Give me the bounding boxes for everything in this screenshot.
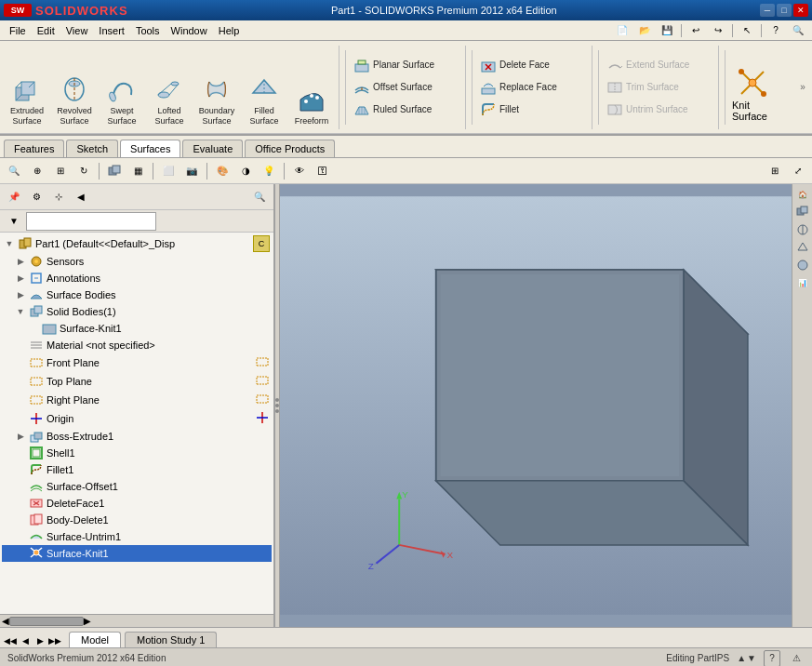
redo-button[interactable]: ↪ xyxy=(708,20,728,41)
offset-surface-button[interactable]: Offset Surface xyxy=(350,77,461,98)
tree-origin[interactable]: Origin xyxy=(2,409,272,428)
tree-body-delete1[interactable]: Body-Delete1 xyxy=(2,512,272,528)
ruled-surface-button[interactable]: Ruled Surface xyxy=(350,100,461,120)
right-tool-view1[interactable] xyxy=(794,204,811,220)
status-warning-btn[interactable]: ⚠ xyxy=(788,650,805,667)
zoom-box-button[interactable]: ⊞ xyxy=(50,161,71,181)
viewport[interactable]: Y X Z 🏠 xyxy=(280,184,812,627)
minimize-button[interactable]: ─ xyxy=(760,4,775,17)
hide-show-button[interactable]: 👁 xyxy=(289,161,310,181)
tree-sensors[interactable]: ▶ Sensors xyxy=(2,253,272,270)
status-help-btn[interactable]: ? xyxy=(764,650,780,667)
open-button[interactable]: 📂 xyxy=(634,20,655,41)
panel-settings-button[interactable]: ⚙ xyxy=(26,187,47,207)
tree-surface-knit1-child[interactable]: Surface-Knit1 xyxy=(2,320,272,337)
replace-face-button[interactable]: Replace Face xyxy=(476,77,588,98)
tree-fillet1[interactable]: Fillet1 xyxy=(2,461,272,478)
tab-sketch[interactable]: Sketch xyxy=(66,140,118,157)
tree-annotations[interactable]: ▶ Annotations xyxy=(2,270,272,286)
tree-surface-offset1[interactable]: Surface-Offset1 xyxy=(2,478,272,495)
zoom-to-fit-button[interactable]: 🔍 xyxy=(4,161,24,181)
boundary-surface-button[interactable]: Boundary Surface xyxy=(193,55,240,129)
expand-solid-bodies-icon[interactable]: ▼ xyxy=(15,306,26,317)
rotate-button[interactable]: ↻ xyxy=(73,161,94,181)
save-button[interactable]: 💾 xyxy=(657,20,677,41)
feature-search-input[interactable] xyxy=(31,216,152,226)
menu-help[interactable]: Help xyxy=(213,23,246,38)
tree-front-plane[interactable]: Front Plane xyxy=(2,353,272,372)
filled-surface-button[interactable]: Filled Surface xyxy=(241,55,287,129)
tree-material[interactable]: Material <not specified> xyxy=(2,337,272,353)
camera-button[interactable]: 📷 xyxy=(181,161,202,181)
panel-expand-button[interactable]: ◀ xyxy=(71,187,91,207)
tree-surface-bodies[interactable]: ▶ Surface Bodies xyxy=(2,286,272,303)
scroll-thumb[interactable] xyxy=(9,617,84,626)
nav-next-btn[interactable]: ▶ xyxy=(33,634,47,647)
lofted-surface-button[interactable]: Lofted Surface xyxy=(146,55,193,129)
close-button[interactable]: ✕ xyxy=(793,4,808,17)
feature-search-box[interactable] xyxy=(26,212,156,231)
right-tool-view5[interactable]: 📊 xyxy=(794,274,811,291)
maximize-button[interactable]: □ xyxy=(777,4,792,17)
expand-annotations-icon[interactable]: ▶ xyxy=(15,273,26,284)
trim-surface-button[interactable]: Trim Surface xyxy=(603,77,714,98)
menu-tools[interactable]: Tools xyxy=(130,23,166,38)
tree-boss-extrude1[interactable]: ▶ Boss-Extrude1 xyxy=(2,428,272,445)
expand-surface-bodies-icon[interactable]: ▶ xyxy=(15,289,26,300)
revolved-surface-button[interactable]: Revolved Surface xyxy=(51,55,98,129)
expand-root-icon[interactable]: ▼ xyxy=(4,238,15,249)
expand-boss-icon[interactable]: ▶ xyxy=(15,431,26,442)
extend-surface-button[interactable]: Extend Surface xyxy=(603,55,714,75)
nav-first-btn[interactable]: ◀◀ xyxy=(4,634,17,647)
toolbar-overflow-button[interactable]: » xyxy=(797,50,808,125)
select-button[interactable]: ↖ xyxy=(737,20,757,41)
right-tool-view2[interactable] xyxy=(794,221,811,238)
view-orient-button[interactable] xyxy=(104,161,125,181)
menu-insert[interactable]: Insert xyxy=(93,23,130,38)
bottom-tab-motion1[interactable]: Motion Study 1 xyxy=(125,632,217,647)
undo-button[interactable]: ↩ xyxy=(686,20,706,41)
filter-button[interactable]: ⚿ xyxy=(313,161,333,181)
viewport-layout-button[interactable]: ⊞ xyxy=(765,161,785,181)
fullscreen-button[interactable]: ⤢ xyxy=(788,161,808,181)
tab-office-products[interactable]: Office Products xyxy=(245,140,335,157)
new-button[interactable]: 📄 xyxy=(612,20,632,41)
window-controls[interactable]: ─ □ ✕ xyxy=(760,4,808,17)
tree-scrollbar[interactable]: ◀ ▶ xyxy=(0,614,273,627)
tab-features[interactable]: Features xyxy=(4,140,64,157)
knit-surface-button[interactable]: Knit Surface xyxy=(729,50,776,125)
help-button[interactable]: ? xyxy=(765,20,786,41)
delete-face-button[interactable]: Delete Face xyxy=(476,55,588,75)
scroll-right-btn[interactable]: ▶ xyxy=(84,616,91,626)
menu-edit[interactable]: Edit xyxy=(32,23,60,38)
panel-move-button[interactable]: ⊹ xyxy=(48,187,69,207)
extruded-surface-button[interactable]: Extruded Surface xyxy=(4,55,50,129)
zoom-in-button[interactable]: ⊕ xyxy=(27,161,47,181)
tree-right-plane[interactable]: Right Plane xyxy=(2,391,272,409)
tab-evaluate[interactable]: Evaluate xyxy=(182,140,243,157)
menu-view[interactable]: View xyxy=(60,23,94,38)
nav-prev-btn[interactable]: ◀ xyxy=(19,634,32,647)
tree-top-plane[interactable]: Top Plane xyxy=(2,372,272,391)
menu-window[interactable]: Window xyxy=(166,23,213,38)
tree-solid-bodies[interactable]: ▼ Solid Bodies(1) xyxy=(2,303,272,320)
right-tool-home[interactable]: 🏠 xyxy=(794,186,811,203)
bottom-tab-model[interactable]: Model xyxy=(69,632,121,647)
lights-button[interactable]: 💡 xyxy=(259,161,279,181)
panel-pin-button[interactable]: 📌 xyxy=(4,187,24,207)
tree-root[interactable]: ▼ Part1 (Default<<Default>_Disp C xyxy=(2,234,272,253)
freeform-button[interactable]: Freeform xyxy=(288,55,335,129)
right-tool-view3[interactable] xyxy=(794,239,811,256)
fillet-button[interactable]: Fillet xyxy=(476,100,588,120)
display-style-button[interactable]: ▦ xyxy=(127,161,148,181)
tree-surface-knit1[interactable]: Surface-Knit1 xyxy=(2,545,272,562)
tree-shell1[interactable]: Shell1 xyxy=(2,445,272,461)
search-help-button[interactable]: 🔍 xyxy=(788,20,808,41)
swept-surface-button[interactable]: Swept Surface xyxy=(99,55,145,129)
scroll-left-btn[interactable]: ◀ xyxy=(2,616,9,626)
scene-button[interactable]: ◑ xyxy=(235,161,256,181)
tab-surfaces[interactable]: Surfaces xyxy=(120,140,180,157)
nav-last-btn[interactable]: ▶▶ xyxy=(48,634,61,647)
right-tool-view4[interactable] xyxy=(794,257,811,273)
appearance-button[interactable]: 🎨 xyxy=(212,161,233,181)
